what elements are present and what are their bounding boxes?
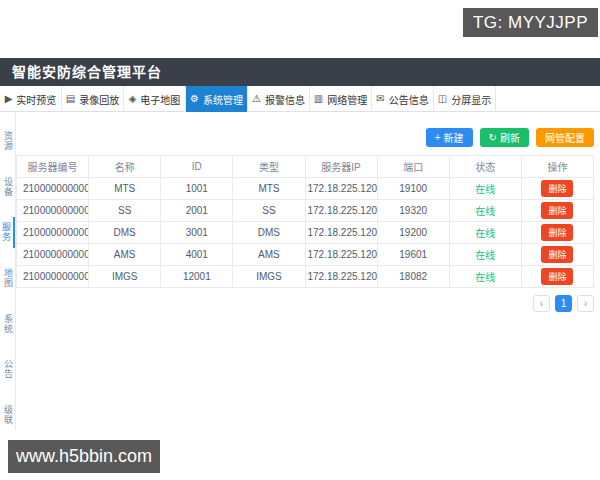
nav-tab[interactable]: ▥ 网络管理 — [310, 86, 372, 112]
cell-id: 1001 — [161, 178, 233, 200]
cell-name: SS — [89, 200, 161, 222]
column-header: 类型 — [233, 156, 305, 178]
table-row: 2100000000000003 AMS 4001 AMS 172.18.225… — [17, 244, 594, 266]
status-badge: 在线 — [475, 206, 495, 217]
tg-badge: TG: MYYJJPP — [463, 8, 598, 37]
refresh-button[interactable]: ↻ 刷新 — [480, 128, 529, 147]
delete-button[interactable]: 删除 — [541, 202, 573, 219]
nav-tab-label: 分屏显示 — [451, 92, 491, 107]
nav-tab-icon: ◈ — [129, 94, 137, 104]
cell-ip: 172.18.225.120 — [305, 178, 377, 200]
table-body: 2100000000000000 MTS 1001 MTS 172.18.225… — [17, 178, 594, 288]
cell-id: 4001 — [161, 244, 233, 266]
main-nav: ▶ 实时预览 ▤ 录像回放 ◈ 电子地图 ⚙ 系统管理 ⚠ 报警信息 — [0, 86, 600, 112]
nav-tab[interactable]: ◈ 电子地图 — [124, 86, 186, 112]
sidebar-item[interactable]: 地图管理 — [0, 263, 15, 294]
nav-tab[interactable]: ⚠ 报警信息 — [248, 86, 310, 112]
sidebar-item[interactable]: 服务设置 — [0, 217, 15, 248]
status-badge: 在线 — [475, 184, 495, 195]
page: TG: MYYJJPP 智能安防综合管理平台 ▶ 实时预览 ▤ 录像回放 ◈ 电… — [0, 0, 600, 480]
nav-tab-icon: ⚙ — [190, 94, 199, 104]
cell-port: 18082 — [377, 266, 449, 288]
sidebar: 资源管理 设备配置 服务设置 地图管理 系统日志 公告管理 级联管理 — [0, 113, 16, 430]
cell-id: 2001 — [161, 200, 233, 222]
column-header: 端口 — [377, 156, 449, 178]
cell-type: IMGS — [233, 266, 305, 288]
table-row: 2100000000000004 IMGS 12001 IMGS 172.18.… — [17, 266, 594, 288]
nav-tab-label: 实时预览 — [16, 92, 56, 107]
config-button[interactable]: 网管配置 — [536, 128, 594, 147]
cell-server-id: 2100000000000001 — [17, 200, 89, 222]
table-row: 2100000000000001 SS 2001 SS 172.18.225.1… — [17, 200, 594, 222]
column-header: 名称 — [89, 156, 161, 178]
table-row: 2100000000000002 DMS 3001 DMS 172.18.225… — [17, 222, 594, 244]
sidebar-item[interactable]: 公告管理 — [0, 354, 15, 385]
main-panel: + 新建 ↻ 刷新 网管配置 服务器编号 — [16, 113, 600, 430]
nav-tab[interactable]: ✉ 公告信息 — [372, 86, 434, 112]
table-header-row: 服务器编号 名称 ID 类型 服务器IP 端口 状态 — [17, 156, 594, 178]
cell-name: MTS — [89, 178, 161, 200]
server-table: 服务器编号 名称 ID 类型 服务器IP 端口 状态 — [16, 155, 594, 288]
nav-tab-label: 录像回放 — [79, 92, 119, 107]
next-page-button[interactable]: › — [577, 295, 594, 312]
nav-tab-label: 报警信息 — [265, 92, 305, 107]
cell-name: IMGS — [89, 266, 161, 288]
watermark: www.h5bbin.com — [8, 440, 160, 473]
status-badge: 在线 — [475, 228, 495, 239]
nav-tab-icon: ▥ — [314, 94, 323, 104]
cell-name: AMS — [89, 244, 161, 266]
nav-tab-icon: ▤ — [66, 94, 75, 104]
config-button-label: 网管配置 — [545, 130, 585, 145]
cell-type: SS — [233, 200, 305, 222]
refresh-icon: ↻ — [489, 133, 497, 143]
content-area: 资源管理 设备配置 服务设置 地图管理 系统日志 公告管理 级联管理 + 新建 — [0, 113, 600, 430]
cell-server-id: 2100000000000003 — [17, 244, 89, 266]
sidebar-item[interactable]: 设备配置 — [0, 172, 15, 203]
table-row: 2100000000000000 MTS 1001 MTS 172.18.225… — [17, 178, 594, 200]
cell-id: 12001 — [161, 266, 233, 288]
nav-tab[interactable]: ▤ 录像回放 — [62, 86, 124, 112]
sidebar-item[interactable]: 资源管理 — [0, 126, 15, 157]
cell-port: 19100 — [377, 178, 449, 200]
cell-id: 3001 — [161, 222, 233, 244]
cell-server-id: 2100000000000000 — [17, 178, 89, 200]
nav-tab-icon: ▶ — [5, 94, 13, 104]
column-header: 服务器IP — [305, 156, 377, 178]
cell-ip: 172.18.225.120 — [305, 244, 377, 266]
nav-tab[interactable]: ▶ 实时预览 — [0, 86, 62, 112]
sidebar-item[interactable]: 系统日志 — [0, 308, 15, 339]
nav-tab[interactable]: ◫ 分屏显示 — [434, 86, 496, 112]
nav-tab-icon: ✉ — [376, 94, 384, 104]
status-badge: 在线 — [475, 250, 495, 261]
nav-tab-icon: ◫ — [438, 94, 447, 104]
nav-tab-label: 网络管理 — [327, 92, 367, 107]
delete-button[interactable]: 删除 — [541, 180, 573, 197]
column-header: 状态 — [449, 156, 521, 178]
nav-tab-icon: ⚠ — [252, 94, 261, 104]
delete-button[interactable]: 删除 — [541, 224, 573, 241]
cell-type: AMS — [233, 244, 305, 266]
cell-type: MTS — [233, 178, 305, 200]
delete-button[interactable]: 删除 — [541, 246, 573, 263]
app-title: 智能安防综合管理平台 — [0, 58, 600, 86]
new-button-label: 新建 — [444, 130, 464, 145]
cell-type: DMS — [233, 222, 305, 244]
nav-tab-label: 电子地图 — [140, 92, 180, 107]
cell-port: 19200 — [377, 222, 449, 244]
column-header: 操作 — [521, 156, 593, 178]
refresh-button-label: 刷新 — [500, 130, 520, 145]
prev-page-button[interactable]: ‹ — [533, 295, 550, 312]
cell-port: 19601 — [377, 244, 449, 266]
delete-button[interactable]: 删除 — [541, 268, 573, 285]
new-button[interactable]: + 新建 — [426, 128, 473, 147]
sidebar-item[interactable]: 级联管理 — [0, 399, 15, 430]
toolbar: + 新建 ↻ 刷新 网管配置 — [16, 113, 600, 155]
nav-tab[interactable]: ⚙ 系统管理 — [186, 86, 248, 112]
nav-tab-label: 系统管理 — [203, 92, 243, 107]
cell-name: DMS — [89, 222, 161, 244]
page-1-button[interactable]: 1 — [555, 295, 572, 312]
nav-tab-label: 公告信息 — [389, 92, 429, 107]
column-header: ID — [161, 156, 233, 178]
cell-ip: 172.18.225.120 — [305, 266, 377, 288]
cell-ip: 172.18.225.120 — [305, 200, 377, 222]
